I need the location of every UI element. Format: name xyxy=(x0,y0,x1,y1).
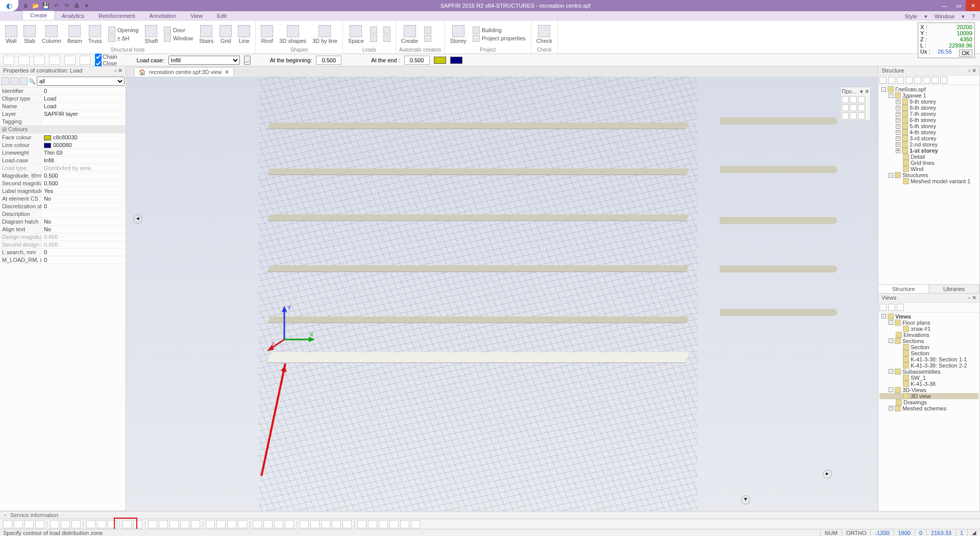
property-row[interactable]: Label magnitudesYes xyxy=(0,187,126,195)
tree-item[interactable]: -Sections xyxy=(879,338,978,344)
drawtool-rect-icon[interactable] xyxy=(64,56,76,65)
bt-highlighted1-icon[interactable] xyxy=(122,520,132,528)
bt-icon[interactable] xyxy=(321,520,330,528)
end-input[interactable] xyxy=(404,56,430,65)
tree-item[interactable]: -Floor plans xyxy=(879,320,978,326)
tree-item[interactable]: -Views xyxy=(879,313,978,320)
bt-icon[interactable] xyxy=(227,520,236,528)
property-row[interactable]: Object typeLoad xyxy=(0,95,126,103)
tab-annotation[interactable]: Annotation xyxy=(142,12,184,20)
maximize-button[interactable]: ▭ xyxy=(951,0,966,11)
drawtool-spline-icon[interactable] xyxy=(34,56,45,65)
bt-icon[interactable] xyxy=(50,520,59,528)
doc-close-icon[interactable]: ✕ xyxy=(225,69,229,76)
properties-grid[interactable]: Identifier0Object typeLoadNameLoadLayerS… xyxy=(0,87,126,510)
coord-ok-button[interactable]: OK xyxy=(959,50,972,57)
nav-left-icon[interactable]: ◂ xyxy=(133,214,142,224)
bt-icon[interactable] xyxy=(206,520,215,528)
struct-tool-icon[interactable] xyxy=(879,77,887,84)
tree-item[interactable]: +Meshed schemes xyxy=(879,405,978,411)
tree-item[interactable]: Drawings xyxy=(879,399,978,405)
bt-icon[interactable] xyxy=(3,520,12,528)
tree-item[interactable]: +2-nd storey xyxy=(879,141,978,148)
views-tool-icon[interactable] xyxy=(879,304,887,311)
door-button[interactable]: Door xyxy=(162,26,195,34)
tree-item[interactable]: K-41-3-38: Section 1-1 xyxy=(879,356,978,362)
struct-tool-icon[interactable] xyxy=(932,77,939,84)
property-row[interactable]: Discretization ste...0 xyxy=(0,203,126,210)
qat-save-icon[interactable]: 💾 xyxy=(42,3,50,9)
property-row[interactable]: LineweightThin 03 xyxy=(0,149,126,157)
tab-create[interactable]: Create xyxy=(22,11,55,20)
bt-icon[interactable] xyxy=(400,520,409,528)
views-tool-icon[interactable] xyxy=(888,304,895,311)
tree-item[interactable]: +7-th storey xyxy=(879,111,978,117)
tree-item[interactable]: +5-th storey xyxy=(879,123,978,129)
qat-print-icon[interactable]: 🖶 xyxy=(72,3,81,9)
wall-button[interactable]: Wall xyxy=(3,24,19,45)
nav-right-icon[interactable]: ▸ xyxy=(823,470,832,479)
loadcase-more-button[interactable]: ... xyxy=(244,56,251,65)
tree-item[interactable]: -Subassemblies xyxy=(879,369,978,375)
qat-more-icon[interactable]: ▾ xyxy=(83,3,91,9)
truss-button[interactable]: Truss xyxy=(86,24,104,45)
bt-icon[interactable] xyxy=(35,520,44,528)
face-color-swatch[interactable] xyxy=(434,57,446,64)
close-button[interactable]: ✕ xyxy=(966,0,980,11)
props-panel-pin-icon[interactable]: ▫ ✕ xyxy=(114,67,122,74)
property-row[interactable]: Face colourc8c80030 xyxy=(0,134,126,141)
tree-item[interactable]: Section xyxy=(879,350,978,356)
bt-icon[interactable] xyxy=(24,520,34,528)
slab-button[interactable]: Slab xyxy=(21,24,38,45)
app-icon[interactable]: ◐ xyxy=(0,0,18,11)
bt-icon[interactable] xyxy=(253,520,262,528)
tree-item[interactable]: -Глебово.spf xyxy=(879,86,978,92)
tree-item[interactable]: Elevations xyxy=(879,332,978,338)
tree-item[interactable]: K-41-3-38: Section 2-2 xyxy=(879,362,978,369)
struct-tool-icon[interactable] xyxy=(914,77,921,84)
qat-undo-icon[interactable]: ↶ xyxy=(52,3,60,9)
space-button[interactable]: Space xyxy=(346,24,366,45)
property-row[interactable]: Load typeDistributed by area xyxy=(0,164,126,172)
property-row[interactable]: Magnitude, tf/m²0.500 xyxy=(0,172,126,180)
status-ortho[interactable]: ORTHO xyxy=(842,530,871,536)
tree-item[interactable]: +4-th storey xyxy=(879,129,978,135)
tree-item[interactable]: +3-rd storey xyxy=(879,135,978,141)
drawtool-pick-icon[interactable] xyxy=(80,56,91,65)
style-menu[interactable]: Style xyxy=(904,13,917,20)
props-tool3-icon[interactable] xyxy=(19,77,28,85)
props-tool2-icon[interactable] xyxy=(10,77,18,85)
qat-open-icon[interactable]: 📂 xyxy=(32,3,40,9)
struct-tool-icon[interactable] xyxy=(888,77,895,84)
property-row[interactable]: Load-caseInfill xyxy=(0,157,126,164)
bt-icon[interactable] xyxy=(300,520,309,528)
byline3d-button[interactable]: 3D by line xyxy=(310,24,339,45)
loadcase-select[interactable]: Infill xyxy=(168,56,240,65)
tree-item[interactable]: -Здание 1 xyxy=(879,92,978,99)
tab-view[interactable]: View xyxy=(183,12,210,20)
storey-button[interactable]: Storey xyxy=(448,24,469,45)
property-row[interactable]: Second magnitud...0.500 xyxy=(0,180,126,187)
bt-icon[interactable] xyxy=(389,520,399,528)
bt-icon[interactable] xyxy=(263,520,273,528)
auto-extra1[interactable] xyxy=(422,26,433,34)
struct-tool-icon[interactable] xyxy=(897,77,904,84)
tree-item[interactable]: Grid lines xyxy=(879,160,978,166)
tree-item[interactable]: Section xyxy=(879,344,978,350)
opening-button[interactable]: Opening xyxy=(106,26,141,34)
stairs-button[interactable]: Stairs xyxy=(197,24,215,45)
status-resize-icon[interactable]: ◢ xyxy=(967,529,980,536)
tree-item[interactable]: Detail xyxy=(879,154,978,160)
bt-highlighted2-icon[interactable] xyxy=(133,520,142,528)
bt-icon[interactable] xyxy=(71,520,81,528)
tree-item[interactable]: этаж #1 xyxy=(879,326,978,332)
bt-icon[interactable] xyxy=(238,520,247,528)
beam-button[interactable]: Beam xyxy=(65,24,84,45)
tree-item[interactable]: -3D-Views xyxy=(879,387,978,393)
load-extra1[interactable] xyxy=(368,26,379,34)
bt-icon[interactable] xyxy=(148,520,157,528)
bt-icon[interactable] xyxy=(191,520,200,528)
3d-viewport[interactable]: YXZ Про...▾ ✕ ◂ ▸ ▾ xyxy=(126,77,878,520)
tree-item[interactable]: +9-th storey xyxy=(879,99,978,105)
tree-item[interactable]: K-41-3-38 xyxy=(879,381,978,387)
